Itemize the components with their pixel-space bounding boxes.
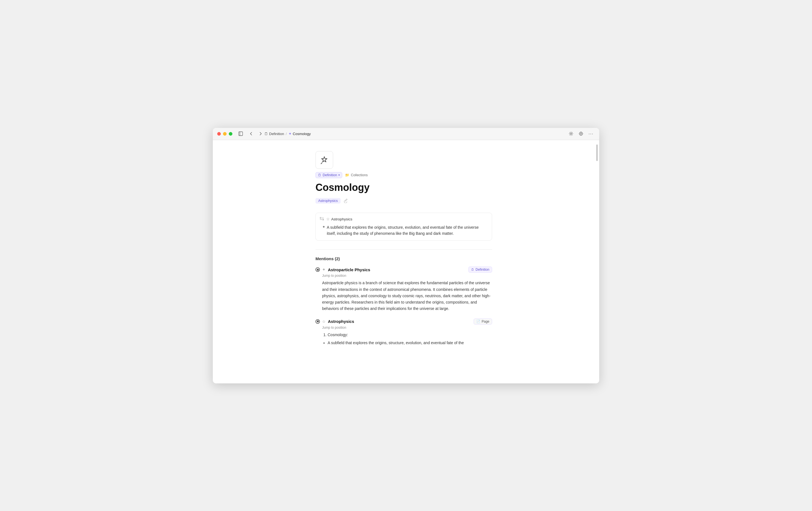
mention-def-badge-label: Definition xyxy=(475,268,489,271)
content-area: 🗒 Definition ▾ 📁 Collections Cosmology A… xyxy=(213,140,599,383)
page-icon[interactable] xyxy=(316,151,333,169)
svg-rect-0 xyxy=(239,132,242,136)
mention-radio-inner xyxy=(317,269,319,271)
page-title: Cosmology xyxy=(316,182,492,193)
back-button[interactable] xyxy=(247,130,255,138)
mention-page-badge-label: Page xyxy=(482,320,489,323)
ellipsis-icon: ··· xyxy=(588,131,593,137)
breadcrumb: 🗒 Definition / ✦ Cosmology xyxy=(264,132,311,136)
app-window: 🗒 Definition / ✦ Cosmology xyxy=(213,128,599,383)
mention-astroparticle-title[interactable]: Astroparticle Physics xyxy=(328,267,370,272)
definition-breadcrumb-icon: 🗒 xyxy=(264,132,268,136)
mention-astrophysics-header: ☆ Astrophysics 📄 Page xyxy=(316,319,492,325)
inset-card-controls-icon[interactable] xyxy=(320,217,324,221)
definition-badge-label: Definition xyxy=(323,173,337,177)
inset-card: ☆ Astrophysics A subfield that explores … xyxy=(316,213,492,241)
mention-astrophysics-list: Cosmology: xyxy=(322,332,492,338)
bullet-dot xyxy=(323,226,325,227)
page-icon-area xyxy=(316,151,492,169)
scrollbar-thumb[interactable] xyxy=(596,144,598,161)
mention-def-badge-icon: 🗒 xyxy=(471,268,474,271)
more-options-button[interactable]: ··· xyxy=(587,130,595,138)
maximize-button[interactable] xyxy=(229,132,232,136)
mention-astroparticle-radio[interactable] xyxy=(316,267,320,272)
minimize-button[interactable] xyxy=(223,132,227,136)
breadcrumb-separator: / xyxy=(286,132,287,136)
definition-badge-icon: 🗒 xyxy=(318,173,321,177)
mentions-heading: Mentions (2) xyxy=(316,256,492,261)
inset-card-header: ☆ Astrophysics xyxy=(320,217,487,221)
titlebar-actions: ··· xyxy=(567,130,595,138)
inset-card-title[interactable]: ☆ Astrophysics xyxy=(326,217,352,221)
breadcrumb-definition[interactable]: 🗒 Definition xyxy=(264,132,284,136)
collections-link[interactable]: 📁 Collections xyxy=(345,173,368,177)
mention-astrophysics-sublist: A subfield that explores the origins, st… xyxy=(322,340,492,346)
mention-astrophysics-sublist-item: A subfield that explores the origins, st… xyxy=(328,340,492,346)
inset-card-title-text: Astrophysics xyxy=(331,217,352,221)
definition-badge-chevron: ▾ xyxy=(338,173,340,177)
mention-astrophysics-badge[interactable]: 📄 Page xyxy=(474,319,492,325)
mention-astrophysics-jump[interactable]: Jump to position xyxy=(322,326,492,329)
scrollbar-track xyxy=(596,142,598,381)
mention-astroparticle-title-row: ✦ Astroparticle Physics xyxy=(316,267,370,272)
svg-point-3 xyxy=(579,132,583,135)
cosmology-breadcrumb-icon: ✦ xyxy=(288,132,292,136)
mention-astroparticle-badge[interactable]: 🗒 Definition xyxy=(468,267,492,273)
mention-astroparticle-header: ✦ Astroparticle Physics 🗒 Definition xyxy=(316,267,492,273)
svg-point-2 xyxy=(571,133,572,135)
breadcrumb-definition-label: Definition xyxy=(269,132,284,136)
tag-astrophysics[interactable]: Astrophysics xyxy=(316,198,341,204)
titlebar: 🗒 Definition / ✦ Cosmology xyxy=(213,128,599,140)
mention-page-badge-icon: 📄 xyxy=(476,320,480,323)
mention-astroparticle-body: Astroparticle physics is a branch of sci… xyxy=(322,280,492,312)
definition-badge[interactable]: 🗒 Definition ▾ xyxy=(316,172,342,178)
page-meta: 🗒 Definition ▾ 📁 Collections xyxy=(316,172,492,178)
mention-astrophysics-body: Cosmology: A subfield that explores the … xyxy=(322,332,492,346)
inset-card-text: A subfield that explores the origins, st… xyxy=(327,224,487,237)
mention-item-astrophysics: ☆ Astrophysics 📄 Page Jump to position C… xyxy=(316,319,492,346)
tags-row: Astrophysics xyxy=(316,198,492,204)
mention-astroparticle-jump[interactable]: Jump to position xyxy=(322,274,492,277)
content-divider xyxy=(316,249,492,250)
bullet-item: A subfield that explores the origins, st… xyxy=(323,224,487,237)
forward-button[interactable] xyxy=(257,130,264,138)
scrollbar-area xyxy=(595,140,599,383)
inset-card-body: A subfield that explores the origins, st… xyxy=(320,224,487,237)
svg-point-4 xyxy=(580,133,582,135)
traffic-lights xyxy=(217,132,232,136)
mention-astrophysics-title-row: ☆ Astrophysics xyxy=(316,319,354,324)
main-content: 🗒 Definition ▾ 📁 Collections Cosmology A… xyxy=(299,140,509,383)
collections-label: Collections xyxy=(351,173,368,177)
inset-star-icon: ☆ xyxy=(326,217,330,221)
target-button[interactable] xyxy=(577,130,585,138)
settings-button[interactable] xyxy=(567,130,575,138)
astrophysics-title-icon: ☆ xyxy=(322,319,326,324)
sidebar-toggle-button[interactable] xyxy=(237,130,244,138)
titlebar-nav xyxy=(237,130,264,138)
mention-astrophysics-list-item: Cosmology: xyxy=(328,332,492,338)
breadcrumb-cosmology[interactable]: ✦ Cosmology xyxy=(288,132,311,136)
close-button[interactable] xyxy=(217,132,221,136)
mention-astrophysics-radio-inner xyxy=(317,320,319,322)
breadcrumb-current-label: Cosmology xyxy=(293,132,311,136)
mention-astrophysics-radio[interactable] xyxy=(316,319,320,324)
collections-icon: 📁 xyxy=(345,173,349,177)
astroparticle-title-icon: ✦ xyxy=(322,267,326,272)
mentions-section: Mentions (2) ✦ Astroparticle Physics 🗒 xyxy=(316,256,492,346)
add-tag-button[interactable] xyxy=(343,198,349,204)
mention-item-astroparticle: ✦ Astroparticle Physics 🗒 Definition Jum… xyxy=(316,267,492,312)
svg-line-9 xyxy=(321,163,322,164)
mention-astrophysics-title[interactable]: Astrophysics xyxy=(328,319,354,324)
